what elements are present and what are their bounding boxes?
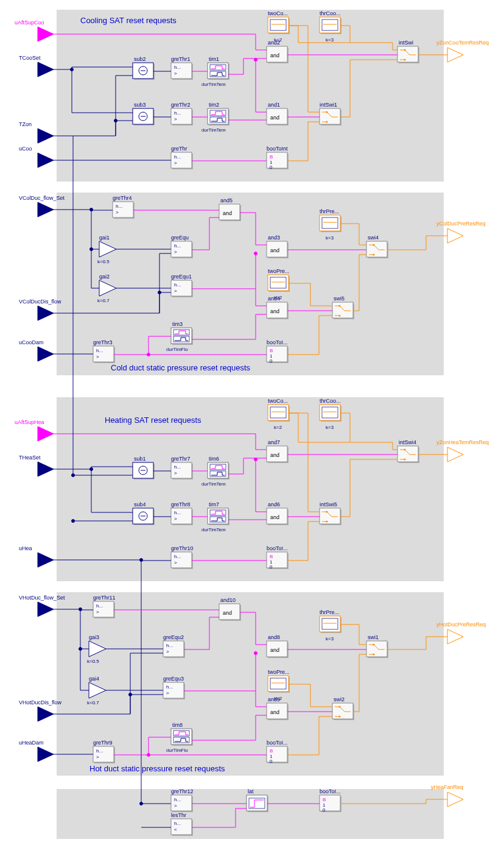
port-yZonHeaTemResReq[interactable] (447, 447, 463, 462)
svg-text:k=3: k=3 (326, 235, 334, 241)
svg-text:0: 0 (270, 358, 273, 364)
block-thrPre-hot[interactable] (320, 616, 341, 633)
svg-text:>: > (96, 609, 99, 615)
svg-text:B: B (270, 554, 273, 559)
port-yHeaFanReq[interactable] (447, 792, 463, 807)
port-VHotDucDis_flow[interactable] (38, 707, 54, 721)
svg-text:booToI...: booToI... (267, 339, 288, 345)
block-thrCoo[interactable] (320, 17, 341, 34)
svg-text:h...: h... (116, 203, 122, 209)
title-cooling-sat: Cooling SAT reset requests (80, 16, 177, 25)
svg-text:>: > (96, 754, 99, 760)
svg-text:uHea: uHea (19, 545, 32, 551)
svg-text:gai4: gai4 (89, 676, 99, 682)
port-uAftSupHea[interactable] (38, 426, 54, 441)
svg-text:swi4: swi4 (368, 235, 379, 241)
svg-text:>: > (174, 71, 177, 76)
svg-text:h...: h... (174, 154, 181, 160)
port-uHeaDam[interactable] (38, 747, 54, 762)
block-twoPre-hot[interactable] (268, 676, 290, 693)
block-tim3[interactable] (171, 328, 193, 345)
svg-text:and: and (270, 514, 279, 520)
port-uCoo[interactable] (38, 153, 54, 168)
svg-point-164 (147, 754, 150, 757)
svg-text:thrPre...: thrPre... (320, 609, 339, 615)
label-durTimTem1: durTimTem (201, 82, 226, 87)
svg-text:>: > (166, 690, 169, 696)
block-lat[interactable] (247, 795, 268, 812)
block-twoCo[interactable] (268, 17, 290, 34)
svg-text:B: B (270, 748, 273, 754)
svg-point-121 (140, 802, 143, 805)
block-tim1[interactable] (208, 63, 229, 80)
port-yZonCooTemResReq[interactable] (447, 48, 463, 62)
svg-point-80 (158, 291, 161, 294)
label-intSwi1: intSwi1 (320, 102, 337, 108)
svg-text:k=0.5: k=0.5 (97, 259, 110, 264)
svg-point-41 (71, 68, 74, 71)
port-TZon[interactable] (38, 129, 54, 143)
port-VHotDuc_flow_Set[interactable] (38, 602, 54, 617)
svg-text:greThr7: greThr7 (171, 456, 191, 462)
port-VColDuc_flow_Set[interactable] (38, 202, 54, 217)
port-TCooSet[interactable] (38, 62, 54, 77)
label-TCooSet: TCooSet (19, 55, 41, 61)
block-intSwi1[interactable] (320, 108, 341, 126)
block-sub3[interactable] (133, 108, 155, 126)
block-swi1[interactable] (366, 641, 388, 658)
svg-text:k=3: k=3 (326, 636, 334, 642)
label-sub3: sub3 (134, 102, 146, 108)
svg-text:h...: h... (174, 821, 181, 826)
port-uHea[interactable] (38, 553, 54, 567)
label-intSwi: intSwi (399, 40, 413, 46)
svg-text:uAftSupHea: uAftSupHea (15, 419, 44, 425)
port-THeaSet[interactable] (38, 462, 54, 476)
label-uCoo: uCoo (19, 146, 32, 152)
svg-point-81 (254, 252, 257, 255)
label-booToInt: booToInt (267, 146, 288, 152)
svg-text:k=2: k=2 (274, 295, 282, 300)
svg-text:greEqu2: greEqu2 (163, 634, 184, 640)
svg-point-117 (90, 468, 93, 471)
block-thrCoo-h[interactable] (320, 405, 341, 422)
block-tim6[interactable] (208, 462, 229, 479)
svg-text:and5: and5 (220, 197, 233, 203)
port-yColDucPreResReq[interactable] (447, 228, 463, 243)
svg-text:greThr10: greThr10 (171, 545, 194, 551)
block-intSwi4[interactable] (397, 446, 419, 463)
port-uCooDam[interactable] (38, 347, 54, 361)
block-twoPre-cold[interactable] (268, 275, 290, 292)
block-swi4[interactable] (366, 241, 388, 258)
port-yHotDucPreResReq[interactable] (447, 629, 463, 644)
port-uAftSupCoo[interactable] (38, 27, 54, 41)
label-uCooDam: uCooDam (19, 339, 44, 345)
svg-text:>: > (174, 116, 177, 122)
block-sub1[interactable] (133, 462, 155, 479)
svg-text:THeaSet: THeaSet (19, 455, 41, 461)
block-twoCo-h[interactable] (268, 405, 290, 422)
block-tim7[interactable] (208, 508, 229, 525)
port-VColDucDis_flow[interactable] (38, 306, 54, 320)
label-VColDuc_flow_Set: VColDuc_flow_Set (19, 195, 65, 201)
svg-text:greEqu3: greEqu3 (163, 676, 184, 682)
block-sub2[interactable] (133, 63, 155, 80)
svg-text:greEqu1: greEqu1 (171, 274, 192, 280)
block-tim8[interactable] (171, 729, 193, 746)
svg-text:h...: h... (166, 684, 173, 690)
block-tim2[interactable] (208, 108, 229, 126)
svg-text:booToI...: booToI... (267, 740, 288, 746)
label-durTimTem2: durTimTem (201, 127, 226, 133)
svg-point-162 (129, 693, 132, 696)
block-thrPre-cold[interactable] (320, 215, 341, 232)
svg-text:twoPre...: twoPre... (268, 669, 290, 675)
svg-text:>: > (174, 560, 177, 565)
block-intSwi5[interactable] (320, 508, 341, 525)
svg-text:greThr11: greThr11 (93, 595, 116, 601)
block-swi5[interactable] (332, 302, 354, 319)
block-intSwi[interactable] (397, 46, 419, 63)
svg-text:0: 0 (270, 759, 273, 764)
block-sub4[interactable] (133, 508, 155, 525)
svg-text:thrPre...: thrPre... (320, 208, 339, 214)
block-swi2[interactable] (332, 703, 354, 720)
svg-text:k=0.5: k=0.5 (87, 659, 99, 664)
